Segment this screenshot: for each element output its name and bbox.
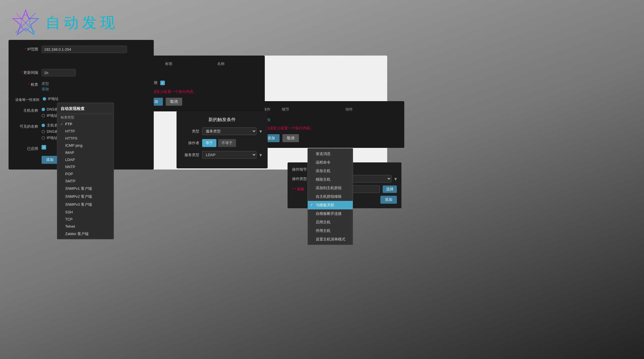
uniqueness-radio-ip[interactable] bbox=[43, 97, 46, 101]
conditions-header: 条件 标签 名称 bbox=[146, 61, 258, 69]
conditions-warning: * 必须至少设置一个执行内容。 bbox=[146, 89, 258, 94]
operations-cancel-button[interactable]: 取消 bbox=[282, 134, 299, 142]
dropdown-item-https[interactable]: HTTPS bbox=[57, 135, 114, 142]
star-icon bbox=[11, 9, 40, 37]
op-detail-add-button[interactable]: 添加 bbox=[380, 196, 397, 204]
dropdown-item-snmpv1[interactable]: SNMPv1 客户端 bbox=[57, 185, 114, 193]
trigger-condition-modal: 新的触发条件 类型 服务类型 ▾ 操作者 等于 不等于 服务类型 LDAP ▾ bbox=[177, 111, 268, 168]
check-row: * 检查 类型 添加 bbox=[15, 81, 147, 92]
check-section: 类型 添加 bbox=[42, 81, 49, 92]
uniqueness-row: 设备唯一性准则 IP地址 bbox=[15, 96, 147, 102]
operations-header: 操作 细节 动作 bbox=[263, 107, 397, 115]
trigger-operator-row: 操作者 等于 不等于 bbox=[182, 139, 262, 147]
enabled-label: 已启用 bbox=[15, 145, 38, 151]
context-item-disable-host[interactable]: 停用主机 bbox=[308, 227, 353, 235]
conditions-buttons: 添加 取消 bbox=[146, 98, 258, 106]
trigger-neq-button[interactable]: 不等于 bbox=[218, 139, 236, 147]
dropdown-item-ftp[interactable]: FTP bbox=[57, 121, 114, 128]
op-type-chevron: ▾ bbox=[394, 176, 397, 182]
operations-warning-text: * 必须至少设置一个执行内容。 bbox=[263, 126, 314, 130]
check-type-placeholder: 类型 bbox=[42, 81, 49, 86]
visible-ip-radio[interactable] bbox=[42, 136, 45, 140]
required-star: * bbox=[25, 47, 26, 51]
context-item-add-host[interactable]: 添加主机 bbox=[308, 167, 353, 175]
enabled-checkbox[interactable]: ✓ bbox=[42, 145, 46, 150]
logo-area: 自动发现 bbox=[11, 9, 118, 37]
check-add-link[interactable]: 添加 bbox=[42, 87, 49, 91]
hostname-dns-radio[interactable] bbox=[42, 108, 45, 111]
dropdown-item-snmpv3[interactable]: SNMPv3 客户端 bbox=[57, 201, 114, 209]
dropdown-item-smtp[interactable]: SMTP bbox=[57, 178, 114, 185]
trigger-eq-button[interactable]: 等于 bbox=[202, 139, 216, 147]
visible-hostname-radio[interactable] bbox=[42, 124, 45, 127]
conditions-panel: 条件 标签 名称 添加 已启用 ✓ * 必须至少设置一个执行内容。 添加 取消 bbox=[140, 56, 265, 111]
visible-ip-label: IP地址 bbox=[47, 135, 58, 140]
operation-type-context-menu: 发送消息 远程命令 添加主机 移除主机 添加到主机群组 自主机群组移除 与模板关… bbox=[307, 148, 353, 245]
required-star2: * bbox=[21, 70, 22, 75]
dropdown-item-tcp[interactable]: TCP bbox=[57, 216, 114, 223]
visible-name-label: 可见的名称 bbox=[15, 123, 38, 129]
trigger-modal-title: 新的触发条件 bbox=[182, 117, 262, 123]
dropdown-item-zabbix[interactable]: Zabbix 客户端 bbox=[57, 230, 114, 238]
dropdown-item-imap[interactable]: IMAP bbox=[57, 149, 114, 156]
template-label-text: * 模板 bbox=[295, 187, 305, 191]
conditions-enabled-checkbox[interactable]: ✓ bbox=[160, 81, 165, 85]
trigger-type-chevron: ▾ bbox=[259, 128, 262, 134]
conditions-enabled-row: 已启用 ✓ bbox=[146, 80, 258, 85]
context-item-add-hostgroup[interactable]: 添加到主机群组 bbox=[308, 184, 353, 192]
main-add-button[interactable]: 添加 bbox=[42, 156, 58, 164]
trigger-operator-label: 操作者 bbox=[182, 140, 199, 146]
dropdown-item-nntp[interactable]: NNTP bbox=[57, 163, 114, 170]
conditions-col-name: 名称 bbox=[217, 61, 258, 69]
conditions-cancel-button[interactable]: 取消 bbox=[166, 98, 182, 106]
trigger-service-type-select[interactable]: LDAP bbox=[202, 151, 257, 159]
trigger-type-row: 类型 服务类型 ▾ bbox=[182, 127, 262, 135]
uniqueness-ip-label: IP地址 bbox=[48, 96, 59, 101]
dropdown-item-snmpv2[interactable]: SNMPv2 客户端 bbox=[57, 193, 114, 201]
context-item-set-inventory[interactable]: 设置主机清单模式 bbox=[308, 235, 353, 244]
dropdown-section-label: 检查类型 bbox=[57, 114, 114, 121]
dropdown-item-ssh[interactable]: SSH bbox=[57, 209, 114, 216]
app-title: 自动发现 bbox=[46, 13, 118, 33]
trigger-type-label: 类型 bbox=[182, 129, 199, 134]
ip-range-input[interactable] bbox=[42, 46, 127, 53]
context-item-link-template[interactable]: 与模板关联 bbox=[308, 201, 353, 209]
hostname-label: 主机名称 bbox=[15, 107, 38, 113]
dropdown-item-pop[interactable]: POP bbox=[57, 170, 114, 178]
hostname-ip-label: IP地址 bbox=[47, 113, 58, 118]
dropdown-item-ldap[interactable]: LDAP bbox=[57, 156, 114, 163]
operations-col-detail: 细节 bbox=[282, 107, 334, 115]
trigger-operator-buttons: 等于 不等于 bbox=[202, 139, 236, 147]
ip-range-row: * IP范围 bbox=[15, 46, 147, 53]
check-label: * 检查 bbox=[15, 81, 38, 87]
trigger-type-select[interactable]: 服务类型 bbox=[202, 127, 257, 135]
operations-buttons: 添加 取消 bbox=[263, 134, 397, 142]
dropdown-item-icmp[interactable]: ICMP ping bbox=[57, 142, 114, 149]
context-item-unlink-template[interactable]: 自模板断开连接 bbox=[308, 209, 353, 218]
context-item-enable-host[interactable]: 启用主机 bbox=[308, 218, 353, 227]
conditions-add-link[interactable]: 添加 bbox=[146, 72, 258, 77]
template-select-button[interactable]: 选择 bbox=[383, 185, 397, 193]
context-item-remote-cmd[interactable]: 远程命令 bbox=[308, 158, 353, 167]
operations-col-action: 动作 bbox=[345, 107, 397, 115]
context-item-send-msg[interactable]: 发送消息 bbox=[308, 150, 353, 158]
visible-dns-radio[interactable] bbox=[42, 130, 45, 133]
context-item-remove-hostgroup[interactable]: 自主机群组移除 bbox=[308, 192, 353, 201]
trigger-service-type-label: 服务类型 bbox=[182, 152, 199, 158]
update-interval-row: * 更新间隔 bbox=[15, 69, 147, 76]
dropdown-title: 自动发现检查 bbox=[57, 104, 114, 114]
check-type-dropdown: 自动发现检查 检查类型 FTP HTTP HTTPS ICMP ping IMA… bbox=[57, 103, 114, 239]
trigger-service-chevron: ▾ bbox=[259, 152, 262, 158]
dropdown-item-telnet[interactable]: Telnet bbox=[57, 223, 114, 230]
hostname-ip-radio[interactable] bbox=[42, 114, 45, 117]
required-star3: * bbox=[28, 82, 30, 87]
context-item-remove-host[interactable]: 移除主机 bbox=[308, 175, 353, 184]
conditions-col-tag: 标签 bbox=[165, 61, 206, 69]
trigger-service-type-row: 服务类型 LDAP ▾ bbox=[182, 151, 262, 159]
operations-warning: * 必须至少设置一个执行内容。 bbox=[263, 125, 397, 131]
operations-add-link[interactable]: 添加 bbox=[263, 117, 397, 123]
conditions-warning-text: * 必须至少设置一个执行内容。 bbox=[146, 89, 197, 94]
update-interval-input[interactable] bbox=[42, 69, 76, 76]
uniqueness-options: IP地址 bbox=[43, 96, 59, 101]
dropdown-item-http[interactable]: HTTP bbox=[57, 128, 114, 135]
